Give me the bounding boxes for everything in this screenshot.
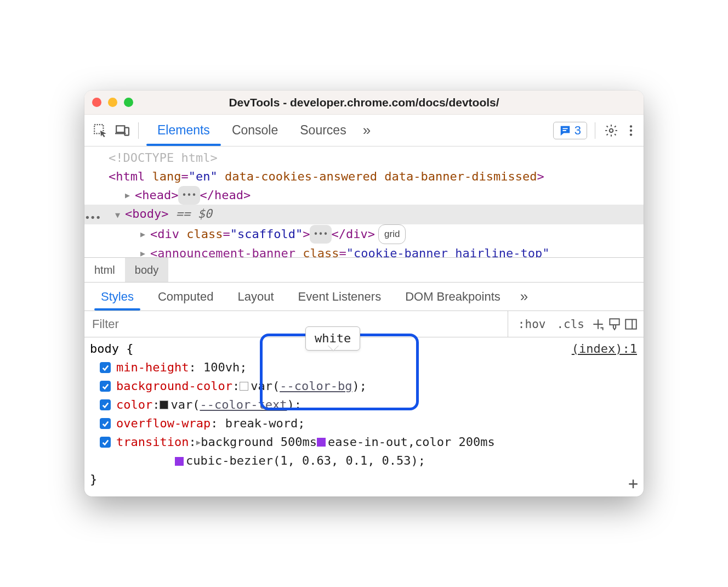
html-element-node[interactable]: <html lang="en" data-cookies-answered da… — [93, 167, 644, 186]
close-window-button[interactable] — [92, 98, 101, 107]
svg-rect-12 — [610, 319, 619, 325]
settings-gear-icon[interactable] — [603, 122, 619, 139]
grid-badge[interactable]: grid — [378, 224, 406, 244]
css-prop-overflow-wrap[interactable]: overflow-wrap: break-word; — [90, 414, 638, 433]
subtab-styles[interactable]: Styles — [89, 283, 146, 311]
panel-toggle-icon[interactable] — [624, 317, 638, 331]
head-element-node[interactable]: ▶<head>•••</head> — [93, 186, 644, 205]
svg-point-8 — [630, 129, 632, 131]
property-checkbox[interactable] — [100, 418, 111, 429]
ellipsis-pill[interactable]: ••• — [178, 186, 200, 205]
toolbar-separator — [138, 122, 139, 139]
tab-console[interactable]: Console — [221, 115, 289, 146]
main-toolbar: Elements Console Sources » 3 — [84, 115, 644, 146]
styles-pane: (index):1 body { min-height: 100vh; back… — [84, 337, 644, 496]
paint-brush-icon[interactable] — [607, 317, 622, 331]
property-checkbox[interactable] — [100, 399, 111, 410]
dom-tree[interactable]: <!DOCTYPE html> <html lang="en" data-coo… — [84, 146, 644, 257]
add-property-icon[interactable]: + — [628, 475, 638, 493]
more-tabs-button[interactable]: » — [357, 115, 376, 146]
bezier-swatch-icon[interactable] — [175, 457, 184, 466]
issues-count: 3 — [575, 123, 581, 138]
window-controls — [92, 98, 133, 107]
minimize-window-button[interactable] — [108, 98, 117, 107]
maximize-window-button[interactable] — [124, 98, 133, 107]
property-checkbox[interactable] — [100, 362, 111, 373]
css-rule-close: } — [90, 470, 638, 489]
cls-toggle[interactable]: .cls — [552, 318, 589, 331]
svg-point-6 — [610, 128, 613, 132]
device-toolbar-icon[interactable] — [114, 122, 130, 139]
tab-sources[interactable]: Sources — [289, 115, 357, 146]
expand-arrow-icon[interactable]: ▶ — [125, 186, 135, 205]
hov-toggle[interactable]: :hov — [514, 318, 550, 331]
breadcrumb-html[interactable]: html — [84, 258, 125, 282]
inspect-element-icon[interactable] — [92, 122, 109, 139]
announcement-banner-node[interactable]: ▶<announcement-banner class="cookie-bann… — [93, 244, 644, 257]
bezier-swatch-icon[interactable] — [317, 438, 326, 447]
window-title: DevTools - developer.chrome.com/docs/dev… — [84, 96, 644, 109]
subtab-dom-breakpoints[interactable]: DOM Breakpoints — [393, 283, 513, 311]
expand-arrow-icon[interactable]: ▶ — [140, 225, 150, 244]
css-prop-transition[interactable]: transition: ▶ background 500ms ease-in-o… — [90, 433, 638, 451]
ellipsis-pill[interactable]: ••• — [310, 225, 331, 244]
breadcrumb: html body — [84, 257, 644, 283]
css-value-tooltip: white — [305, 326, 360, 351]
styles-subtabs: Styles Computed Layout Event Listeners D… — [84, 283, 644, 311]
doctype-node: <!DOCTYPE html> — [109, 149, 218, 167]
subtab-layout[interactable]: Layout — [225, 283, 286, 311]
more-subtabs-button[interactable]: » — [515, 288, 533, 305]
css-prop-transition-cont: cubic-bezier(1, 0.63, 0.1, 0.53); — [90, 451, 638, 470]
new-style-rule-icon[interactable] — [591, 317, 605, 331]
kebab-menu-icon[interactable] — [623, 122, 639, 139]
subtab-event-listeners[interactable]: Event Listeners — [286, 283, 394, 311]
body-element-node-selected[interactable]: ••• ▼<body> == $0 — [84, 205, 644, 224]
svg-point-9 — [630, 133, 632, 136]
issues-badge[interactable]: 3 — [553, 122, 587, 139]
color-swatch-icon[interactable] — [160, 400, 168, 409]
main-tabs: Elements Console Sources » — [146, 115, 376, 146]
styles-filter-input[interactable] — [84, 317, 508, 331]
div-scaffold-node[interactable]: ▶<div class="scaffold">•••</div>grid — [93, 224, 644, 244]
svg-rect-13 — [625, 319, 636, 329]
svg-rect-3 — [124, 127, 129, 135]
window-titlebar: DevTools - developer.chrome.com/docs/dev… — [84, 91, 644, 115]
property-checkbox[interactable] — [100, 437, 111, 448]
devtools-window: DevTools - developer.chrome.com/docs/dev… — [84, 91, 644, 496]
subtab-computed[interactable]: Computed — [146, 283, 226, 311]
chat-icon — [559, 125, 571, 137]
more-actions-icon[interactable]: ••• — [84, 208, 101, 227]
svg-rect-1 — [116, 126, 124, 132]
expand-triangle-icon[interactable]: ▶ — [196, 433, 201, 451]
collapse-arrow-icon[interactable]: ▼ — [115, 206, 125, 224]
breadcrumb-body[interactable]: body — [125, 258, 168, 282]
color-swatch-icon[interactable] — [240, 382, 248, 391]
toolbar-separator — [595, 122, 595, 139]
expand-arrow-icon[interactable]: ▶ — [140, 244, 150, 257]
stylesheet-source-link[interactable]: (index):1 — [572, 340, 637, 358]
tab-elements[interactable]: Elements — [146, 115, 221, 146]
svg-point-7 — [630, 125, 632, 127]
property-checkbox[interactable] — [100, 381, 111, 392]
